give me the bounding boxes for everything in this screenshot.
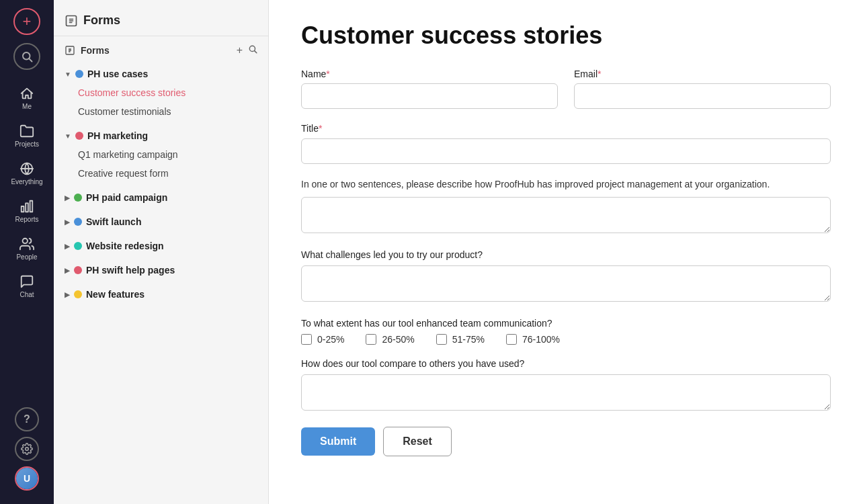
- group-header-ph-marketing[interactable]: ▼ PH marketing: [54, 126, 268, 145]
- forms-section-icon: [65, 45, 75, 56]
- email-label: Email*: [574, 69, 831, 79]
- add-form-button[interactable]: +: [237, 44, 243, 56]
- description-section: In one or two sentences, please describe…: [301, 177, 831, 236]
- description-question: In one or two sentences, please describe…: [301, 177, 831, 192]
- chevron-down-icon: ▼: [65, 132, 71, 140]
- icon-bar: + Me Projects Everything Reports People: [0, 0, 54, 504]
- checkbox-26-50-input[interactable]: [366, 334, 376, 345]
- svg-line-1: [29, 58, 32, 61]
- group-ph-use-cases: ▼ PH use cases Customer success stories …: [54, 62, 268, 124]
- sidebar-item-people[interactable]: People: [5, 231, 48, 266]
- group-website-redesign: ▶ Website redesign: [54, 234, 268, 258]
- title-field-section: Title*: [301, 122, 831, 164]
- checkbox-0-25-input[interactable]: [301, 334, 312, 345]
- svg-point-7: [26, 448, 29, 451]
- home-icon: [19, 86, 34, 101]
- forms-section-label: Forms: [65, 45, 110, 56]
- submit-button[interactable]: Submit: [301, 427, 375, 456]
- forms-icon: [65, 14, 78, 28]
- group-dot-website-redesign: [74, 242, 82, 250]
- group-ph-swift-help: ▶ PH swift help pages: [54, 258, 268, 282]
- folder-icon: [19, 124, 34, 138]
- challenges-section: What challenges led you to try our produ…: [301, 249, 831, 304]
- globe-icon: [19, 161, 34, 176]
- name-field-group: Name*: [301, 69, 558, 109]
- group-header-ph-paid-campaign[interactable]: ▶ PH paid campaign: [54, 188, 268, 207]
- chat-icon: [19, 274, 34, 289]
- chevron-down-icon: ▼: [65, 71, 71, 78]
- people-icon: [19, 237, 34, 251]
- chevron-right-icon: ▶: [65, 194, 70, 202]
- compare-textarea[interactable]: [301, 374, 831, 411]
- group-dot-ph-swift-help: [74, 266, 82, 274]
- description-textarea[interactable]: [301, 197, 831, 233]
- name-label: Name*: [301, 69, 558, 79]
- add-button[interactable]: +: [13, 8, 40, 35]
- title-input[interactable]: [301, 138, 831, 164]
- group-header-swift-launch[interactable]: ▶ Swift launch: [54, 212, 268, 231]
- checkbox-0-25[interactable]: 0-25%: [301, 334, 344, 345]
- checkbox-76-100[interactable]: 76-100%: [506, 334, 560, 345]
- group-header-website-redesign[interactable]: ▶ Website redesign: [54, 237, 268, 255]
- compare-question: How does our tool compare to others you …: [301, 358, 831, 369]
- search-form-button[interactable]: [248, 44, 257, 56]
- group-swift-launch: ▶ Swift launch: [54, 210, 268, 234]
- main-content: Customer success stories Name* Email* Ti…: [269, 0, 863, 504]
- form-buttons: Submit Reset: [301, 427, 831, 456]
- form-item-creative-request[interactable]: Creative request form: [78, 164, 268, 183]
- checkbox-51-75[interactable]: 51-75%: [436, 334, 485, 345]
- challenges-textarea[interactable]: [301, 265, 831, 302]
- group-dot-new-features: [74, 290, 82, 298]
- chevron-right-icon: ▶: [65, 218, 70, 226]
- svg-rect-5: [30, 201, 33, 212]
- name-email-row: Name* Email*: [301, 69, 831, 109]
- group-ph-marketing: ▼ PH marketing Q1 marketing campaign Cre…: [54, 124, 268, 185]
- svg-line-11: [255, 51, 257, 53]
- checkbox-26-50[interactable]: 26-50%: [366, 334, 414, 345]
- group-items-ph-marketing: Q1 marketing campaign Creative request f…: [54, 145, 268, 183]
- group-header-new-features[interactable]: ▶ New features: [54, 285, 268, 304]
- icon-bar-bottom: ? U: [15, 407, 39, 496]
- svg-rect-3: [22, 206, 24, 212]
- communication-question: To what extent has our tool enhanced tea…: [301, 318, 831, 329]
- checkbox-51-75-input[interactable]: [436, 334, 447, 345]
- sidebar-item-me[interactable]: Me: [5, 81, 48, 116]
- settings-button[interactable]: [15, 437, 39, 461]
- user-avatar[interactable]: U: [15, 466, 39, 491]
- email-field-group: Email*: [574, 69, 831, 109]
- group-header-ph-use-cases[interactable]: ▼ PH use cases: [54, 65, 268, 83]
- group-header-ph-swift-help[interactable]: ▶ PH swift help pages: [54, 261, 268, 280]
- help-button[interactable]: ?: [15, 407, 39, 431]
- svg-rect-4: [26, 203, 28, 212]
- name-input[interactable]: [301, 83, 558, 109]
- group-dot-ph-marketing: [75, 132, 83, 140]
- compare-section: How does our tool compare to others you …: [301, 358, 831, 413]
- sidebar-item-chat[interactable]: Chat: [5, 269, 48, 304]
- form-item-customer-success[interactable]: Customer success stories: [78, 83, 268, 102]
- form-item-q1-marketing[interactable]: Q1 marketing campaign: [78, 145, 268, 164]
- title-label: Title*: [301, 123, 322, 134]
- sidebar-section-actions: +: [237, 44, 257, 56]
- sidebar-item-projects[interactable]: Projects: [5, 118, 48, 153]
- group-dot-ph-paid-campaign: [74, 194, 82, 202]
- sidebar-item-reports[interactable]: Reports: [5, 194, 48, 228]
- reset-button[interactable]: Reset: [383, 427, 452, 456]
- communication-section: To what extent has our tool enhanced tea…: [301, 318, 831, 345]
- form-item-customer-testimonials[interactable]: Customer testimonials: [78, 102, 268, 121]
- group-items-ph-use-cases: Customer success stories Customer testim…: [54, 83, 268, 121]
- sidebar: Forms Forms + ▼ PH use cases Custome: [54, 0, 269, 504]
- sidebar-item-everything[interactable]: Everything: [5, 156, 48, 191]
- form-title: Customer success stories: [301, 22, 831, 50]
- svg-point-6: [23, 239, 28, 243]
- global-search-button[interactable]: [13, 43, 40, 70]
- communication-checkboxes: 0-25% 26-50% 51-75% 76-100%: [301, 334, 831, 345]
- email-input[interactable]: [574, 83, 831, 109]
- sidebar-header: Forms: [54, 0, 268, 36]
- group-ph-paid-campaign: ▶ PH paid campaign: [54, 185, 268, 210]
- search-small-icon: [248, 44, 257, 54]
- group-dot-ph-use-cases: [75, 70, 83, 78]
- search-icon: [21, 50, 33, 62]
- checkbox-76-100-input[interactable]: [506, 334, 517, 345]
- chart-icon: [19, 199, 34, 214]
- group-dot-swift-launch: [74, 218, 82, 226]
